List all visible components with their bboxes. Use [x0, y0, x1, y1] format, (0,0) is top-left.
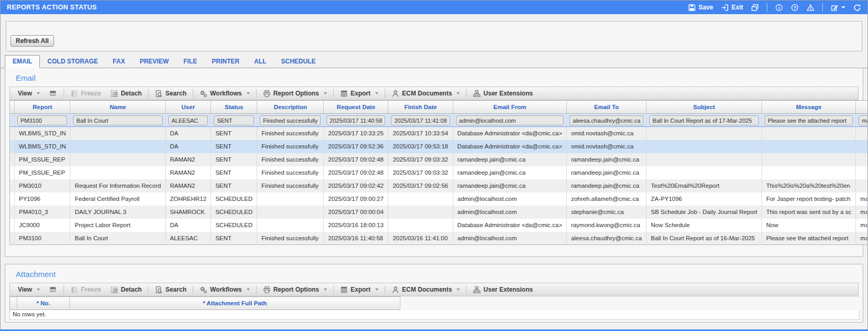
email-table-row-6[interactable]: PM3010Request For Information RecordRAMA…: [10, 179, 868, 193]
email-toolbar-search-button[interactable]: Search: [150, 87, 191, 100]
report-input[interactable]: PM3100: [17, 115, 67, 125]
row-selector-cell[interactable]: [10, 166, 15, 179]
save-button[interactable]: Save: [688, 4, 713, 12]
column-header-subject[interactable]: Subject: [647, 101, 762, 114]
column-header-email-to[interactable]: Email To: [567, 101, 647, 114]
row-selector-cell[interactable]: [10, 206, 15, 219]
email-toolbar-export-button[interactable]: Export: [335, 87, 383, 100]
print-pages-button[interactable]: [751, 4, 759, 12]
email-table-row-1[interactable]: PM3100Ball In CourtALEESACSENTFinished s…: [10, 114, 868, 127]
search-icon: [155, 90, 163, 98]
email-table-row-5[interactable]: PM_ISSUE_REPRAMAN2SENTFinished successfu…: [10, 166, 868, 179]
email-to-input[interactable]: aleesa.chaudhry@cmic.ca: [569, 115, 643, 125]
column-header-no[interactable]: * No.: [17, 297, 70, 310]
column-header-attachment-full-path[interactable]: * Attachment Full Path: [70, 297, 400, 310]
report-options-label: Report Options: [273, 90, 319, 97]
column-header-description[interactable]: Description: [257, 101, 324, 114]
compose-menu-button[interactable]: [831, 4, 845, 12]
row-selector-cell[interactable]: [10, 179, 15, 193]
cell-status: SENT: [211, 114, 257, 127]
row-selector-cell[interactable]: [10, 140, 15, 153]
email-table-row-8[interactable]: PM4010_3DAILY JOURNAL 3SHAMROCKSCHEDULED…: [10, 206, 868, 219]
email-table-row-3[interactable]: WLBMS_STD_INDASENTFinished successfully2…: [10, 140, 868, 153]
row-selector-cell[interactable]: [10, 219, 15, 232]
email-from-input[interactable]: admin@localhost.com: [456, 115, 564, 125]
finish-date-input[interactable]: 2025/03/17 11:41:08: [391, 115, 450, 125]
tab-printer[interactable]: PRINTER: [204, 56, 247, 68]
email-toolbar-table-options-button[interactable]: [45, 87, 62, 100]
export-table-icon: [340, 286, 348, 294]
smtp-server-input[interactable]: mail.smtp2go.com: [859, 115, 868, 125]
column-header-user[interactable]: User: [165, 101, 211, 114]
column-header-email-from[interactable]: Email From: [453, 101, 567, 114]
tab-email[interactable]: EMAIL: [5, 55, 40, 68]
column-header-message[interactable]: Message: [761, 101, 855, 114]
cell-email-to: stephanie@cmic.ca: [567, 206, 647, 219]
cell-smtp-server: [856, 140, 868, 153]
email-toolbar-ecm-documents-button[interactable]: ECM Documents: [387, 87, 464, 100]
email-toolbar-user-extensions-button[interactable]: User Extensions: [468, 87, 537, 100]
cell-message: Now: [761, 219, 855, 232]
column-header-smtp-server[interactable]: Smtp Server: [856, 101, 868, 114]
tab-schedule[interactable]: SCHEDULE: [273, 56, 323, 68]
attachment-toolbar-ecm-documents-button[interactable]: ECM Documents: [387, 283, 464, 296]
tab-fax[interactable]: FAX: [105, 56, 132, 68]
exit-button[interactable]: Exit: [721, 4, 743, 12]
gears-icon: [199, 286, 207, 294]
attachment-toolbar-detach-button[interactable]: Detach: [105, 283, 146, 296]
attachment-table: * No.* Attachment Full Path: [9, 296, 400, 310]
tab-preview[interactable]: PREVIEW: [132, 56, 176, 68]
row-selector-cell[interactable]: [10, 127, 15, 140]
exit-icon: [721, 4, 729, 12]
description-input[interactable]: Finished successfully: [260, 115, 321, 125]
cell-email-from: Database Administrator <da@cmic.ca>: [453, 127, 567, 140]
email-table-row-7[interactable]: PY1096Federal Certified PayrollZOHREHR12…: [10, 193, 868, 206]
email-table-wrap: ReportNameUserStatusDescriptionRequest D…: [9, 100, 859, 245]
column-header-name[interactable]: Name: [70, 101, 165, 114]
attachment-toolbar-report-options-button[interactable]: Report Options: [258, 283, 332, 296]
tab-all[interactable]: ALL: [247, 56, 273, 68]
row-selector-cell[interactable]: [10, 193, 15, 206]
attachment-toolbar-search-button[interactable]: Search: [150, 283, 191, 296]
row-selector-cell[interactable]: [10, 232, 15, 245]
help-button[interactable]: ?: [791, 4, 799, 12]
cell-status: SENT: [211, 232, 257, 245]
refresh-button[interactable]: [853, 4, 861, 12]
column-header-report[interactable]: Report: [15, 101, 70, 114]
refresh-all-button[interactable]: Refresh All: [10, 35, 54, 47]
email-table-row-2[interactable]: WLBMS_STD_INDASENTFinished successfully2…: [10, 127, 868, 140]
attachment-toolbar-table-options-button[interactable]: [45, 283, 62, 296]
email-table-row-4[interactable]: PM_ISSUE_REPRAMAN2SENTFinished successfu…: [10, 153, 868, 166]
cell-report: WLBMS_STD_IN: [15, 140, 70, 153]
save-button-label: Save: [698, 4, 713, 11]
column-header-finish-date[interactable]: Finish Date: [388, 101, 453, 114]
request-date-input[interactable]: 2025/03/17 11:40:58: [326, 115, 385, 125]
toolbar-divider: [466, 285, 467, 294]
row-selector-cell[interactable]: [10, 114, 15, 127]
cell-status: SENT: [211, 153, 257, 166]
email-toolbar-view-button[interactable]: View: [13, 87, 45, 100]
subject-input[interactable]: Ball In Court Report as of 17-Mar-2025: [649, 115, 759, 125]
attachment-toolbar-user-extensions-button[interactable]: User Extensions: [468, 283, 537, 296]
email-toolbar-workflows-button[interactable]: Workflows: [195, 87, 254, 100]
column-header-request-date[interactable]: Request Date: [324, 101, 388, 114]
status-input[interactable]: SENT: [214, 115, 254, 125]
cell-request-date: 2025/03/17 00:00:04: [324, 206, 388, 219]
tab-file[interactable]: FILE: [176, 56, 204, 68]
tab-cold-storage[interactable]: COLD STORAGE: [40, 56, 105, 68]
column-header-status[interactable]: Status: [211, 101, 257, 114]
info-button[interactable]: [775, 4, 783, 12]
attachment-toolbar-workflows-button[interactable]: Workflows: [195, 283, 254, 296]
printer-icon: [263, 286, 271, 294]
email-toolbar-detach-button[interactable]: Detach: [105, 87, 146, 100]
email-table-row-10[interactable]: PM3100Ball In CourtALEESACSENTFinished s…: [10, 232, 868, 245]
warning-button[interactable]: [807, 4, 814, 12]
user-input[interactable]: ALEESAC: [168, 115, 208, 125]
email-toolbar-report-options-button[interactable]: Report Options: [258, 87, 332, 100]
name-input[interactable]: Ball In Court: [73, 115, 162, 125]
email-table-row-9[interactable]: JC9000Project Labor ReportDASCHEDULED202…: [10, 219, 868, 232]
attachment-toolbar-view-button[interactable]: View: [13, 283, 45, 296]
attachment-toolbar-export-button[interactable]: Export: [335, 283, 383, 296]
row-selector-cell[interactable]: [10, 153, 15, 166]
message-input[interactable]: Please see the attached report: [765, 115, 853, 125]
